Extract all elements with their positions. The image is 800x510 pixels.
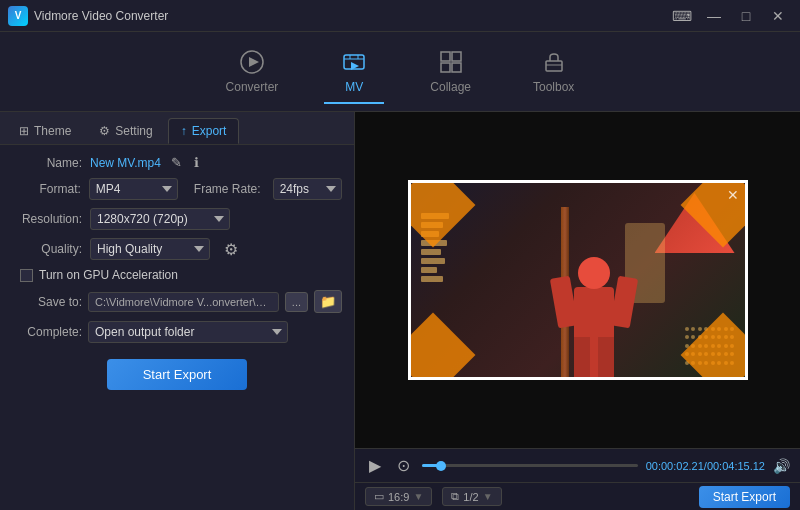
gpu-checkbox[interactable] [20,269,33,282]
page-chevron: ▼ [483,491,493,502]
tab-converter-label: Converter [226,80,279,94]
tab-toolbox[interactable]: Toolbox [517,40,590,104]
play-button[interactable]: ▶ [365,454,385,477]
app-title: Vidmore Video Converter [34,9,168,23]
titlebar-left: V Vidmore Video Converter [8,6,168,26]
page-button[interactable]: ⧉ 1/2 ▼ [442,487,501,506]
ratio-chevron: ▼ [413,491,423,502]
titlebar: V Vidmore Video Converter ⌨ — □ ✕ [0,0,800,32]
time-display: 00:00:02.21/00:04:15.12 [646,460,765,472]
left-panel: ⊞ Theme ⚙ Setting ↑ Export Name: New MV.… [0,112,355,510]
quality-settings-button[interactable]: ⚙ [222,240,240,259]
aspect-ratio-button[interactable]: ▭ 16:9 ▼ [365,487,432,506]
save-to-row: Save to: C:\Vidmore\Vidmore V...onverter… [12,290,342,313]
progress-dot [436,461,446,471]
subtab-setting[interactable]: ⚙ Setting [86,118,165,144]
tab-mv[interactable]: MV [324,40,384,104]
resolution-label: Resolution: [12,212,82,226]
gpu-row: Turn on GPU Acceleration [12,268,342,282]
minimize-button[interactable]: — [700,6,728,26]
save-to-label: Save to: [12,295,82,309]
playback-controls: ▶ ⊙ 00:00:02.21/00:04:15.12 🔊 [355,448,800,482]
mv-icon [340,48,368,76]
setting-icon: ⚙ [99,124,110,138]
tab-mv-label: MV [345,80,363,94]
info-button[interactable]: ℹ [192,155,201,170]
sub-tabs: ⊞ Theme ⚙ Setting ↑ Export [0,112,354,145]
frame-close-button[interactable]: ✕ [727,187,739,203]
quality-select[interactable]: High Quality Medium Quality Low Quality [90,238,210,260]
titlebar-controls[interactable]: ⌨ — □ ✕ [668,6,792,26]
current-time: 00:00:02.21 [646,460,704,472]
nav-tabs: Converter MV Collage [0,32,800,112]
volume-button[interactable]: 🔊 [773,458,790,474]
total-time: 00:04:15.12 [707,460,765,472]
theme-icon: ⊞ [19,124,29,138]
progress-bar[interactable] [422,464,638,467]
subtab-export-label: Export [192,124,227,138]
hero-figure [554,237,634,377]
edit-name-button[interactable]: ✎ [169,155,184,170]
tab-toolbox-label: Toolbox [533,80,574,94]
save-path: C:\Vidmore\Vidmore V...onverter\MV Expor… [88,292,279,312]
hero-arm-right [609,276,637,329]
bottom-controls: ▭ 16:9 ▼ ⧉ 1/2 ▼ Start Export [355,482,800,510]
format-select[interactable]: MP4 MOV AVI [89,178,178,200]
close-button[interactable]: ✕ [764,6,792,26]
app-icon: V [8,6,28,26]
subtab-theme[interactable]: ⊞ Theme [6,118,84,144]
tab-converter[interactable]: Converter [210,40,295,104]
complete-action-select[interactable]: Open output folder Do nothing Shut down [88,321,288,343]
browse-dots-button[interactable]: ... [285,292,308,312]
collage-icon [437,48,465,76]
complete-row: Complete: Open output folder Do nothing … [12,321,342,343]
tab-collage-label: Collage [430,80,471,94]
page-label: 1/2 [463,491,478,503]
resolution-select[interactable]: 1280x720 (720p) 1920x1080 (1080p) 3840x2… [90,208,230,230]
svg-rect-4 [441,52,450,61]
quality-label: Quality: [12,242,82,256]
complete-label: Complete: [12,325,82,339]
frame-rate-label: Frame Rate: [186,182,265,196]
tab-collage[interactable]: Collage [414,40,487,104]
video-frame: // generate dots via JS inline [408,180,748,380]
gpu-label: Turn on GPU Acceleration [39,268,178,282]
name-row: Name: New MV.mp4 ✎ ℹ [12,155,342,170]
svg-rect-7 [452,63,461,72]
stop-button[interactable]: ⊙ [393,454,414,477]
subtab-theme-label: Theme [34,124,71,138]
resolution-row: Resolution: 1280x720 (720p) 1920x1080 (1… [12,208,342,230]
frame-rate-select[interactable]: 24fps 30fps 60fps [273,178,342,200]
settings-form: Name: New MV.mp4 ✎ ℹ Format: MP4 MOV AVI… [0,145,354,510]
start-export-left-button[interactable]: Start Export [107,359,247,390]
open-folder-button[interactable]: 📁 [314,290,342,313]
svg-rect-5 [452,52,461,61]
ratio-label: 16:9 [388,491,409,503]
page-icon: ⧉ [451,490,459,503]
keyboard-button[interactable]: ⌨ [668,6,696,26]
format-row: Format: MP4 MOV AVI Frame Rate: 24fps 30… [12,178,342,200]
converter-icon [238,48,266,76]
format-label: Format: [12,182,81,196]
toolbox-icon [540,48,568,76]
preview-area: // generate dots via JS inline [355,112,800,448]
hero-leg-right [598,337,614,377]
quality-row: Quality: High Quality Medium Quality Low… [12,238,342,260]
name-label: Name: [12,156,82,170]
right-panel: // generate dots via JS inline [355,112,800,510]
hero-head [578,257,610,289]
export-icon: ↑ [181,124,187,138]
name-value: New MV.mp4 [90,156,161,170]
hero-leg-left [574,337,590,377]
svg-rect-8 [546,61,562,71]
svg-rect-6 [441,63,450,72]
maximize-button[interactable]: □ [732,6,760,26]
svg-marker-1 [249,57,259,67]
subtab-setting-label: Setting [115,124,152,138]
start-export-right-button[interactable]: Start Export [699,486,790,508]
ratio-icon: ▭ [374,490,384,503]
subtab-export[interactable]: ↑ Export [168,118,240,144]
main-area: ⊞ Theme ⚙ Setting ↑ Export Name: New MV.… [0,112,800,510]
